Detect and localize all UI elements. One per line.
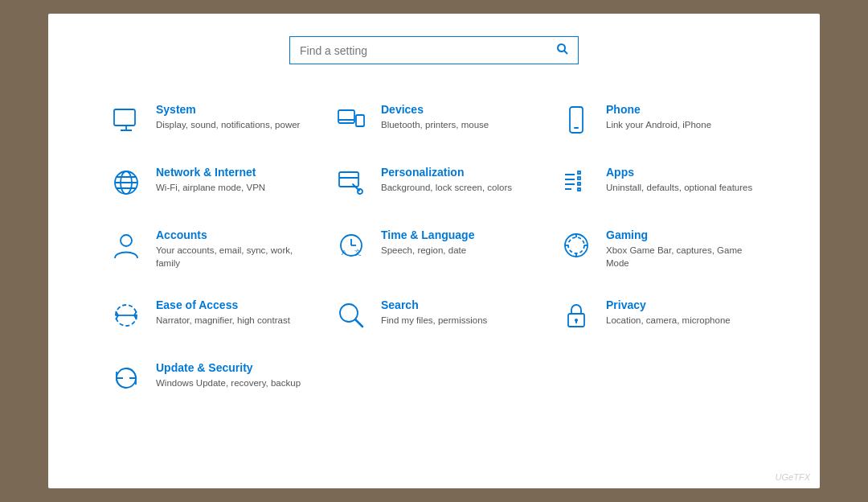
setting-text-network: Network & InternetWi-Fi, airplane mode, … (156, 166, 265, 194)
setting-title-devices: Devices (381, 103, 489, 116)
setting-desc-search: Find my files, permissions (381, 314, 487, 327)
setting-item-network[interactable]: Network & InternetWi-Fi, airplane mode, … (96, 151, 321, 214)
svg-rect-24 (578, 183, 580, 185)
setting-item-personalization[interactable]: PersonalizationBackground, lock screen, … (321, 151, 547, 214)
time-icon: A 文 (334, 228, 368, 262)
network-icon (109, 166, 143, 200)
setting-title-time: Time & Language (381, 228, 474, 241)
setting-title-personalization: Personalization (381, 166, 512, 179)
setting-item-system[interactable]: SystemDisplay, sound, notifications, pow… (96, 88, 321, 151)
system-icon (109, 103, 143, 137)
setting-desc-personalization: Background, lock screen, colors (381, 181, 512, 194)
setting-title-privacy: Privacy (606, 298, 731, 311)
devices-icon (334, 103, 368, 137)
svg-rect-22 (578, 171, 580, 174)
search-bar-container (289, 36, 579, 64)
personalization-icon (334, 166, 368, 200)
svg-rect-23 (578, 177, 580, 179)
privacy-icon (559, 298, 593, 332)
setting-desc-system: Display, sound, notifications, power (156, 118, 300, 131)
svg-rect-15 (339, 172, 358, 187)
ease-icon (109, 298, 143, 332)
setting-text-system: SystemDisplay, sound, notifications, pow… (156, 103, 300, 131)
setting-item-phone[interactable]: PhoneLink your Android, iPhone (547, 88, 772, 151)
setting-item-update[interactable]: Update & SecurityWindows Update, recover… (96, 347, 321, 409)
setting-text-devices: DevicesBluetooth, printers, mouse (381, 103, 489, 131)
svg-rect-8 (570, 107, 583, 133)
setting-title-update: Update & Security (156, 361, 301, 374)
setting-title-phone: Phone (606, 103, 711, 116)
settings-grid: SystemDisplay, sound, notifications, pow… (96, 88, 772, 409)
setting-title-gaming: Gaming (606, 228, 759, 241)
setting-item-privacy[interactable]: PrivacyLocation, camera, microphone (547, 284, 772, 347)
setting-desc-privacy: Location, camera, microphone (606, 314, 731, 327)
settings-window: SystemDisplay, sound, notifications, pow… (48, 14, 820, 488)
svg-line-45 (355, 319, 362, 327)
setting-desc-ease: Narrator, magnifier, high contrast (156, 314, 290, 327)
setting-title-network: Network & Internet (156, 166, 265, 179)
setting-text-personalization: PersonalizationBackground, lock screen, … (381, 166, 512, 194)
setting-text-phone: PhoneLink your Android, iPhone (606, 103, 711, 131)
setting-item-gaming[interactable]: GamingXbox Game Bar, captures, Game Mode (547, 214, 772, 284)
search-icon (334, 298, 368, 332)
setting-text-time: Time & LanguageSpeech, region, date (381, 228, 474, 257)
setting-title-ease: Ease of Access (156, 298, 290, 311)
phone-icon (559, 103, 593, 137)
svg-rect-25 (578, 188, 580, 191)
setting-text-apps: AppsUninstall, defaults, optional featur… (606, 166, 752, 194)
setting-desc-devices: Bluetooth, printers, mouse (381, 118, 489, 131)
setting-title-apps: Apps (606, 166, 752, 179)
svg-rect-5 (338, 110, 354, 123)
setting-text-ease: Ease of AccessNarrator, magnifier, high … (156, 298, 290, 327)
search-input[interactable] (300, 44, 557, 57)
apps-icon (559, 166, 593, 200)
setting-text-update: Update & SecurityWindows Update, recover… (156, 361, 301, 389)
setting-item-devices[interactable]: DevicesBluetooth, printers, mouse (321, 88, 547, 151)
svg-point-33 (568, 237, 584, 253)
setting-desc-network: Wi-Fi, airplane mode, VPN (156, 181, 265, 194)
svg-point-17 (358, 189, 362, 194)
setting-desc-accounts: Your accounts, email, sync, work, family (156, 244, 309, 270)
setting-title-accounts: Accounts (156, 228, 309, 241)
setting-text-search: SearchFind my files, permissions (381, 298, 487, 327)
setting-item-accounts[interactable]: AccountsYour accounts, email, sync, work… (96, 214, 321, 284)
setting-desc-phone: Link your Android, iPhone (606, 118, 711, 131)
svg-text:文: 文 (354, 249, 362, 257)
setting-item-ease[interactable]: Ease of AccessNarrator, magnifier, high … (96, 284, 321, 347)
setting-desc-apps: Uninstall, defaults, optional features (606, 181, 752, 194)
setting-item-time[interactable]: A 文 Time & LanguageSpeech, region, date (321, 214, 547, 284)
gaming-icon (559, 228, 593, 262)
setting-desc-gaming: Xbox Game Bar, captures, Game Mode (606, 244, 759, 270)
accounts-icon (109, 228, 143, 262)
svg-rect-2 (114, 109, 135, 126)
svg-point-26 (121, 235, 132, 246)
watermark: UGeTFX (776, 472, 810, 482)
search-icon (557, 43, 568, 57)
setting-text-accounts: AccountsYour accounts, email, sync, work… (156, 228, 309, 270)
setting-desc-update: Windows Update, recovery, backup (156, 376, 301, 389)
search-bar (289, 36, 579, 64)
setting-title-search: Search (381, 298, 487, 311)
setting-title-system: System (156, 103, 300, 116)
setting-item-apps[interactable]: AppsUninstall, defaults, optional featur… (547, 151, 772, 214)
svg-line-1 (564, 51, 567, 54)
svg-text:A: A (342, 249, 346, 257)
setting-desc-time: Speech, region, date (381, 244, 474, 257)
svg-rect-6 (356, 115, 364, 126)
update-icon (109, 361, 143, 395)
setting-item-search[interactable]: SearchFind my files, permissions (321, 284, 547, 347)
setting-text-gaming: GamingXbox Game Bar, captures, Game Mode (606, 228, 759, 270)
setting-text-privacy: PrivacyLocation, camera, microphone (606, 298, 731, 327)
svg-point-0 (558, 44, 565, 51)
